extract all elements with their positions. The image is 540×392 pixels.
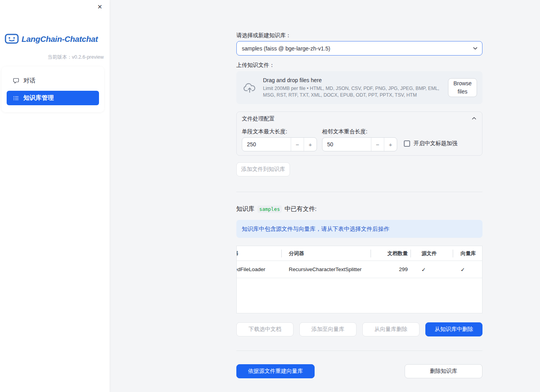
sidebar-item-kb-management[interactable]: 知识库管理 xyxy=(7,91,99,105)
version-label: 当前版本：v0.2.6-preview xyxy=(6,54,104,61)
cell-vector-check: ✓ xyxy=(453,261,482,278)
col-header-source-file[interactable]: 源文件 xyxy=(411,246,453,261)
dropzone-text: Drag and drop files here Limit 200MB per… xyxy=(263,77,448,98)
sidebar-item-dialogue[interactable]: 对话 xyxy=(7,72,99,89)
dropzone-title: Drag and drop files here xyxy=(263,77,444,83)
logo-chat-icon xyxy=(5,34,19,45)
chunk-overlap-value[interactable]: 50 xyxy=(327,138,333,151)
chunk-overlap-decrement-button[interactable]: − xyxy=(371,138,384,151)
file-dropzone[interactable]: Drag and drop files here Limit 200MB per… xyxy=(236,71,482,104)
rebuild-vector-store-button[interactable]: 依据源文件重建向量库 xyxy=(236,364,315,378)
add-to-vector-store-button[interactable]: 添加至向量库 xyxy=(299,322,356,336)
dropzone-limit: Limit 200MB per file • HTML, MD, JSON, C… xyxy=(263,85,444,98)
zh-title-enhance-checkbox[interactable]: 开启中文标题加强 xyxy=(404,140,457,147)
files-table[interactable]: 文档加载器 分词器 文档数量 源文件 向量库 UnstructuredFileL… xyxy=(236,246,482,313)
checkbox-box[interactable] xyxy=(404,140,410,147)
cell-doc-count: 299 xyxy=(371,261,411,278)
sidebar-item-label: 对话 xyxy=(23,77,36,85)
upload-label: 上传知识文件： xyxy=(236,62,275,69)
kb-selectbox[interactable]: samples (faiss @ bge-large-zh-v1.5) xyxy=(236,41,482,56)
kb-select-value: samples (faiss @ bge-large-zh-v1.5) xyxy=(242,45,472,52)
chunk-size-increment-button[interactable]: + xyxy=(304,138,317,151)
cell-splitter: RecursiveCharacterTextSplitter xyxy=(282,261,371,278)
main-content: 请选择或新建知识库： samples (faiss @ bge-large-zh… xyxy=(236,0,482,392)
upload-cloud-icon xyxy=(243,83,257,93)
kb-name-code: samples xyxy=(257,205,282,213)
divider xyxy=(236,192,482,192)
kb-files-heading: 知识库 samples 中已有文件: xyxy=(236,205,317,213)
delete-kb-button[interactable]: 删除知识库 xyxy=(405,364,482,378)
table-header-row: 文档加载器 分词器 文档数量 源文件 向量库 xyxy=(236,246,482,261)
col-header-splitter[interactable]: 分词器 xyxy=(282,246,371,261)
browse-files-button[interactable]: Browse files xyxy=(448,78,477,97)
expander-body: 单段文本最大长度: 相邻文本重合长度: 250 − + 50 − + 开启中文标… xyxy=(237,126,482,156)
chunk-size-input[interactable]: 250 − + xyxy=(242,137,317,151)
sidebar: × LangChain-Chatchat 当前版本：v0.2.6-preview… xyxy=(0,0,110,392)
divider xyxy=(236,351,482,351)
chunk-overlap-input[interactable]: 50 − + xyxy=(322,137,397,151)
kb-line-prefix: 知识库 xyxy=(236,205,255,213)
col-header-doc-count[interactable]: 文档数量 xyxy=(371,246,411,261)
download-selected-button[interactable]: 下载选中文档 xyxy=(236,322,293,336)
cell-source-check: ✓ xyxy=(411,261,453,278)
chunk-overlap-increment-button[interactable]: + xyxy=(384,138,397,151)
table-row[interactable]: UnstructuredFileLoader RecursiveCharacte… xyxy=(236,261,482,278)
file-config-expander: 文件处理配置 单段文本最大长度: 相邻文本重合长度: 250 − + 50 − … xyxy=(236,111,482,156)
delete-from-vector-store-button[interactable]: 从向量库删除 xyxy=(362,322,419,336)
checkbox-label: 开启中文标题加强 xyxy=(414,140,457,147)
col-header-loader[interactable]: 文档加载器 xyxy=(236,246,282,261)
info-alert-text: 知识库中包含源文件与向量库，请从下表中选择文件后操作 xyxy=(242,225,389,233)
app-logo: LangChain-Chatchat xyxy=(5,34,106,45)
kb-select-label: 请选择或新建知识库： xyxy=(236,32,291,39)
list-icon xyxy=(13,95,19,101)
chevron-down-icon xyxy=(472,45,478,51)
kb-line-suffix: 中已有文件: xyxy=(284,205,317,213)
sidebar-item-label: 知识库管理 xyxy=(23,94,54,102)
chunk-size-value[interactable]: 250 xyxy=(247,138,256,151)
sidebar-menu: 对话 知识库管理 xyxy=(2,67,104,112)
info-alert: 知识库中包含源文件与向量库，请从下表中选择文件后操作 xyxy=(236,220,482,238)
logo-text: LangChain-Chatchat xyxy=(22,34,98,44)
sidebar-close-icon[interactable]: × xyxy=(95,2,104,11)
chevron-up-icon xyxy=(471,115,477,122)
delete-from-kb-button[interactable]: 从知识库中删除 xyxy=(425,322,482,336)
chunk-size-label: 单段文本最大长度: xyxy=(242,128,287,135)
chat-bubble-icon xyxy=(13,77,19,84)
expander-header[interactable]: 文件处理配置 xyxy=(237,112,482,126)
add-files-to-kb-button[interactable]: 添加文件到知识库 xyxy=(236,162,290,176)
chunk-overlap-label: 相邻文本重合长度: xyxy=(322,128,367,135)
files-table-inner: 文档加载器 分词器 文档数量 源文件 向量库 UnstructuredFileL… xyxy=(236,246,482,278)
cell-loader: UnstructuredFileLoader xyxy=(236,261,282,278)
chunk-size-decrement-button[interactable]: − xyxy=(291,138,304,151)
expander-title: 文件处理配置 xyxy=(242,115,275,122)
col-header-vector-store[interactable]: 向量库 xyxy=(453,246,482,261)
